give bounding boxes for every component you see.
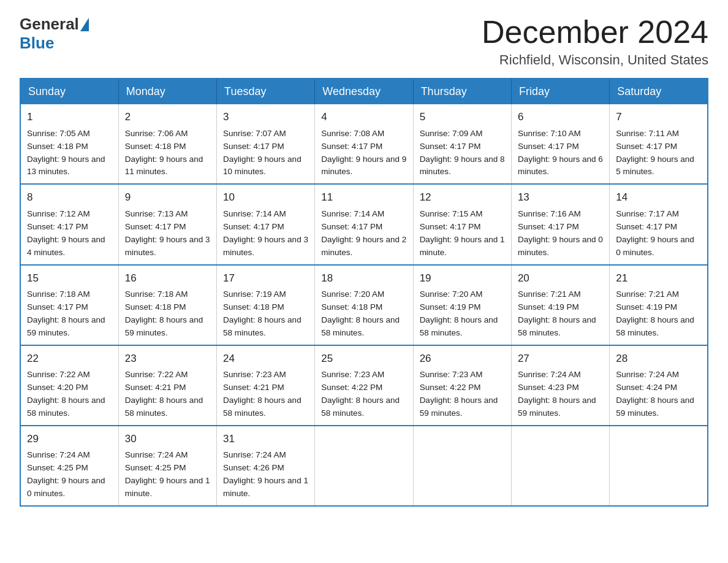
day-info: Sunrise: 7:14 AMSunset: 4:17 PMDaylight:… [223, 208, 308, 259]
calendar-day-cell: 7 Sunrise: 7:11 AMSunset: 4:17 PMDayligh… [610, 104, 708, 184]
day-number: 19 [420, 270, 505, 286]
day-number: 22 [27, 351, 112, 367]
day-number: 15 [27, 270, 112, 286]
calendar-day-cell: 21 Sunrise: 7:21 AMSunset: 4:19 PMDaylig… [610, 265, 708, 345]
day-info: Sunrise: 7:23 AMSunset: 4:21 PMDaylight:… [223, 369, 308, 420]
day-number: 30 [125, 431, 210, 447]
calendar-day-cell: 4 Sunrise: 7:08 AMSunset: 4:17 PMDayligh… [315, 104, 413, 184]
day-info: Sunrise: 7:08 AMSunset: 4:17 PMDaylight:… [321, 128, 406, 179]
day-number: 17 [223, 270, 308, 286]
weekday-header-monday: Monday [118, 79, 216, 104]
day-number: 23 [125, 351, 210, 367]
day-info: Sunrise: 7:23 AMSunset: 4:22 PMDaylight:… [321, 369, 406, 420]
weekday-header-saturday: Saturday [610, 79, 708, 104]
day-info: Sunrise: 7:24 AMSunset: 4:23 PMDaylight:… [518, 369, 603, 420]
day-number: 29 [27, 431, 112, 447]
day-number: 20 [518, 270, 603, 286]
day-number: 2 [125, 109, 210, 125]
calendar-day-cell: 28 Sunrise: 7:24 AMSunset: 4:24 PMDaylig… [610, 345, 708, 426]
day-info: Sunrise: 7:13 AMSunset: 4:17 PMDaylight:… [125, 208, 210, 259]
day-info: Sunrise: 7:20 AMSunset: 4:19 PMDaylight:… [420, 288, 505, 340]
day-number: 27 [518, 351, 603, 367]
day-number: 25 [321, 351, 406, 367]
calendar-day-cell: 17 Sunrise: 7:19 AMSunset: 4:18 PMDaylig… [217, 265, 315, 345]
calendar-week-row: 15 Sunrise: 7:18 AMSunset: 4:17 PMDaylig… [20, 265, 708, 345]
day-number: 26 [420, 351, 505, 367]
day-info: Sunrise: 7:19 AMSunset: 4:18 PMDaylight:… [223, 288, 308, 340]
day-info: Sunrise: 7:12 AMSunset: 4:17 PMDaylight:… [27, 208, 112, 259]
day-info: Sunrise: 7:24 AMSunset: 4:24 PMDaylight:… [616, 369, 701, 420]
day-number: 16 [125, 270, 210, 286]
day-number: 28 [616, 351, 701, 367]
day-number: 10 [223, 190, 308, 205]
weekday-header-friday: Friday [511, 79, 609, 104]
logo-general-text: General [20, 15, 79, 34]
calendar-day-cell: 15 Sunrise: 7:18 AMSunset: 4:17 PMDaylig… [20, 265, 118, 345]
calendar-day-cell: 11 Sunrise: 7:14 AMSunset: 4:17 PMDaylig… [315, 184, 413, 264]
calendar-day-cell: 13 Sunrise: 7:16 AMSunset: 4:17 PMDaylig… [511, 184, 609, 264]
day-number: 5 [420, 109, 505, 125]
weekday-header-sunday: Sunday [20, 79, 118, 104]
calendar-day-cell: 18 Sunrise: 7:20 AMSunset: 4:18 PMDaylig… [315, 265, 413, 345]
calendar-day-cell: 22 Sunrise: 7:22 AMSunset: 4:20 PMDaylig… [20, 345, 118, 426]
day-info: Sunrise: 7:24 AMSunset: 4:25 PMDaylight:… [125, 449, 210, 500]
day-number: 12 [420, 190, 505, 205]
calendar-week-row: 8 Sunrise: 7:12 AMSunset: 4:17 PMDayligh… [20, 184, 708, 264]
day-info: Sunrise: 7:10 AMSunset: 4:17 PMDaylight:… [518, 128, 603, 179]
calendar-day-cell: 12 Sunrise: 7:15 AMSunset: 4:17 PMDaylig… [413, 184, 511, 264]
day-info: Sunrise: 7:18 AMSunset: 4:17 PMDaylight:… [27, 288, 112, 340]
day-info: Sunrise: 7:18 AMSunset: 4:18 PMDaylight:… [125, 288, 210, 340]
day-number: 14 [616, 190, 701, 205]
day-number: 3 [223, 109, 308, 125]
day-info: Sunrise: 7:09 AMSunset: 4:17 PMDaylight:… [420, 128, 505, 179]
day-info: Sunrise: 7:23 AMSunset: 4:22 PMDaylight:… [420, 369, 505, 420]
day-info: Sunrise: 7:22 AMSunset: 4:20 PMDaylight:… [27, 369, 112, 420]
day-info: Sunrise: 7:21 AMSunset: 4:19 PMDaylight:… [518, 288, 603, 340]
weekday-header-thursday: Thursday [413, 79, 511, 104]
calendar-day-cell: 30 Sunrise: 7:24 AMSunset: 4:25 PMDaylig… [118, 426, 216, 506]
calendar-header-row: SundayMondayTuesdayWednesdayThursdayFrid… [20, 79, 708, 104]
calendar-day-cell: 25 Sunrise: 7:23 AMSunset: 4:22 PMDaylig… [315, 345, 413, 426]
weekday-header-tuesday: Tuesday [217, 79, 315, 104]
day-number: 7 [616, 109, 701, 125]
day-number: 13 [518, 190, 603, 205]
logo: General Blue [20, 15, 90, 53]
calendar-day-cell [511, 426, 609, 506]
calendar-day-cell: 29 Sunrise: 7:24 AMSunset: 4:25 PMDaylig… [20, 426, 118, 506]
logo-blue-text: Blue [20, 34, 54, 53]
day-info: Sunrise: 7:14 AMSunset: 4:17 PMDaylight:… [321, 208, 406, 259]
calendar-day-cell: 3 Sunrise: 7:07 AMSunset: 4:17 PMDayligh… [217, 104, 315, 184]
day-info: Sunrise: 7:05 AMSunset: 4:18 PMDaylight:… [27, 128, 112, 179]
day-info: Sunrise: 7:15 AMSunset: 4:17 PMDaylight:… [420, 208, 505, 259]
calendar-table: SundayMondayTuesdayWednesdayThursdayFrid… [20, 78, 708, 507]
calendar-day-cell: 6 Sunrise: 7:10 AMSunset: 4:17 PMDayligh… [511, 104, 609, 184]
day-number: 1 [27, 109, 112, 125]
day-number: 6 [518, 109, 603, 125]
day-number: 21 [616, 270, 701, 286]
page-header: General Blue December 2024 Richfield, Wi… [20, 15, 708, 68]
calendar-day-cell: 31 Sunrise: 7:24 AMSunset: 4:26 PMDaylig… [217, 426, 315, 506]
calendar-day-cell: 8 Sunrise: 7:12 AMSunset: 4:17 PMDayligh… [20, 184, 118, 264]
day-info: Sunrise: 7:21 AMSunset: 4:19 PMDaylight:… [616, 288, 701, 340]
calendar-day-cell [610, 426, 708, 506]
day-info: Sunrise: 7:24 AMSunset: 4:25 PMDaylight:… [27, 449, 112, 500]
calendar-day-cell: 16 Sunrise: 7:18 AMSunset: 4:18 PMDaylig… [118, 265, 216, 345]
calendar-day-cell: 26 Sunrise: 7:23 AMSunset: 4:22 PMDaylig… [413, 345, 511, 426]
calendar-day-cell: 10 Sunrise: 7:14 AMSunset: 4:17 PMDaylig… [217, 184, 315, 264]
day-number: 18 [321, 270, 406, 286]
calendar-day-cell: 9 Sunrise: 7:13 AMSunset: 4:17 PMDayligh… [118, 184, 216, 264]
calendar-day-cell [413, 426, 511, 506]
logo-triangle-icon [80, 18, 89, 31]
day-number: 24 [223, 351, 308, 367]
day-number: 11 [321, 190, 406, 205]
weekday-header-wednesday: Wednesday [315, 79, 413, 104]
day-number: 31 [223, 431, 308, 447]
location-subtitle: Richfield, Wisconsin, United States [482, 52, 708, 68]
calendar-day-cell: 23 Sunrise: 7:22 AMSunset: 4:21 PMDaylig… [118, 345, 216, 426]
title-block: December 2024 Richfield, Wisconsin, Unit… [482, 15, 708, 68]
calendar-day-cell: 19 Sunrise: 7:20 AMSunset: 4:19 PMDaylig… [413, 265, 511, 345]
day-info: Sunrise: 7:22 AMSunset: 4:21 PMDaylight:… [125, 369, 210, 420]
day-info: Sunrise: 7:17 AMSunset: 4:17 PMDaylight:… [616, 208, 701, 259]
calendar-week-row: 1 Sunrise: 7:05 AMSunset: 4:18 PMDayligh… [20, 104, 708, 184]
calendar-day-cell: 2 Sunrise: 7:06 AMSunset: 4:18 PMDayligh… [118, 104, 216, 184]
